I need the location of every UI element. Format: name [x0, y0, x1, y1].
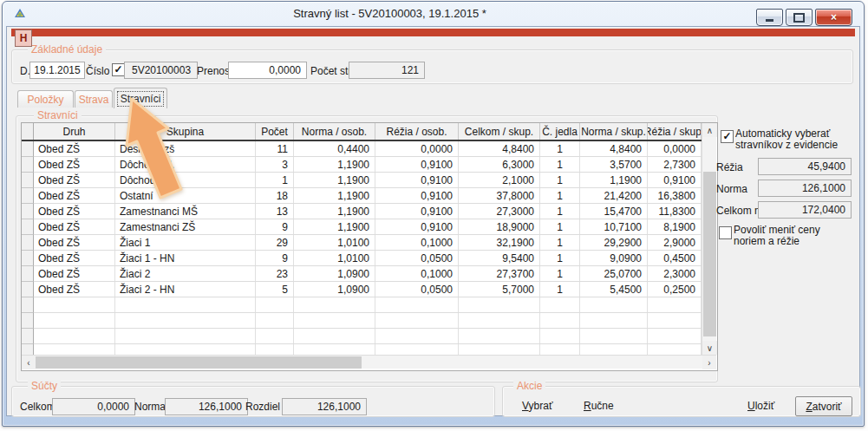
table-cell[interactable]: 0,1000	[375, 266, 459, 281]
table-cell[interactable]	[459, 297, 540, 312]
table-cell[interactable]	[375, 313, 459, 328]
row-selector[interactable]	[22, 204, 34, 219]
table-cell[interactable]: Zamestnanci ZŠ	[115, 219, 256, 234]
table-column-header[interactable]: Réžia / osob.	[375, 123, 459, 140]
table-cell[interactable]: 37,8000	[459, 188, 540, 203]
cislo-checkbox[interactable]: ✓	[112, 63, 125, 76]
table-cell[interactable]: Obed ZŠ	[34, 251, 115, 265]
table-cell[interactable]: 1,1900	[294, 204, 375, 219]
auto-select-checkbox[interactable]: ✓	[721, 130, 734, 143]
table-cell[interactable]	[256, 329, 294, 343]
table-cell[interactable]: 0,0500	[375, 282, 459, 297]
table-cell[interactable]: 4,8400	[580, 141, 648, 156]
table-cell[interactable]: Žiaci 1 - HN	[115, 251, 256, 265]
tab-polozky[interactable]: Položky	[17, 90, 74, 108]
table-cell[interactable]: 15,4700	[580, 204, 648, 219]
row-selector[interactable]	[22, 282, 34, 297]
table-column-header[interactable]: Réžia / skup.	[648, 123, 702, 140]
ulozit-button[interactable]: Uložiť	[747, 400, 774, 412]
table-cell[interactable]: 18,9000	[459, 219, 540, 234]
row-selector[interactable]	[22, 173, 34, 188]
table-cell[interactable]: 0,9100	[375, 188, 459, 203]
table-cell[interactable]: 29	[256, 235, 294, 250]
vertical-scrollbar-thumb[interactable]	[703, 172, 716, 336]
table-cell[interactable]: 1	[256, 173, 294, 187]
table-cell[interactable]: Žiaci 2	[115, 266, 256, 281]
table-cell[interactable]	[256, 344, 294, 355]
table-cell[interactable]: Obed ZŠ	[34, 282, 115, 297]
table-cell[interactable]	[34, 313, 115, 328]
table-cell[interactable]: 0,9100	[648, 173, 702, 187]
table-cell[interactable]: 5,4500	[580, 282, 648, 297]
table-cell[interactable]: 0,9100	[375, 173, 459, 187]
table-cell[interactable]: 1,1900	[580, 173, 648, 187]
table-cell[interactable]: 9	[256, 219, 294, 234]
table-cell[interactable]	[294, 344, 375, 355]
table-cell[interactable]	[375, 329, 459, 343]
vertical-scrollbar[interactable]: ∧ ∨	[702, 123, 716, 355]
table-cell[interactable]: 0,0500	[375, 251, 459, 265]
table-cell[interactable]: 11	[256, 141, 294, 156]
table-cell[interactable]: 5,7000	[459, 282, 540, 297]
table-column-header[interactable]: Celkom / skup.	[459, 123, 540, 140]
table-cell[interactable]: 27,3000	[459, 204, 540, 219]
table-cell[interactable]: 23	[256, 266, 294, 281]
table-cell[interactable]: 16,3800	[648, 188, 702, 203]
row-selector[interactable]	[22, 266, 34, 282]
table-cell[interactable]	[540, 313, 580, 328]
table-cell[interactable]	[580, 344, 648, 355]
table-cell[interactable]	[459, 329, 540, 343]
rucne-button[interactable]: Ručne	[584, 400, 614, 412]
totals-celkom-field[interactable]: 0,0000	[52, 398, 135, 415]
table-cell[interactable]	[34, 297, 115, 312]
table-cell[interactable]: 1	[540, 188, 580, 203]
table-cell[interactable]: 0,2500	[648, 282, 702, 297]
table-cell[interactable]: 10,7100	[580, 219, 648, 234]
table-cell[interactable]: Žiaci 1	[115, 235, 256, 250]
table-cell[interactable]: 1	[540, 141, 580, 156]
table-column-header[interactable]: Č. jedla	[540, 123, 580, 140]
table-cell[interactable]	[540, 344, 580, 355]
table-cell[interactable]: 1,0100	[294, 235, 375, 250]
table-cell[interactable]: 1	[540, 251, 580, 265]
table-cell[interactable]	[34, 329, 115, 343]
celkom-n-field[interactable]: 172,0400	[758, 201, 852, 219]
vybrat-button[interactable]: Vybrať	[522, 400, 552, 412]
row-selector[interactable]	[22, 329, 34, 344]
table-column-header[interactable]: Norma / skup.	[580, 123, 648, 140]
scroll-right-button[interactable]: ›	[702, 356, 716, 369]
table-cell[interactable]: 13	[256, 204, 294, 219]
table-cell[interactable]: 2,9000	[648, 235, 702, 250]
table-cell[interactable]	[580, 297, 648, 312]
table-cell[interactable]	[459, 344, 540, 355]
scroll-left-button[interactable]: ‹	[22, 356, 36, 369]
date-input[interactable]: 19.1.2015	[29, 62, 85, 79]
prenos-input[interactable]: 0,0000	[228, 62, 307, 79]
table-cell[interactable]	[648, 344, 702, 355]
table-cell[interactable]: 0,4400	[294, 141, 375, 156]
table-cell[interactable]: 1	[540, 204, 580, 219]
close-button[interactable]: ×	[815, 9, 852, 26]
zatvorit-button[interactable]: Zatvoriť	[795, 396, 852, 416]
table-cell[interactable]: Obed ZŠ	[34, 266, 115, 281]
table-cell[interactable]: 2,3000	[648, 266, 702, 281]
table-cell[interactable]: 8,1900	[648, 219, 702, 234]
table-cell[interactable]	[540, 329, 580, 343]
table-cell[interactable]: 1,0900	[294, 266, 375, 281]
table-cell[interactable]: 1,1900	[294, 219, 375, 234]
table-cell[interactable]: 2,1000	[459, 173, 540, 187]
row-selector[interactable]	[22, 141, 34, 157]
table-cell[interactable]	[375, 297, 459, 312]
row-selector[interactable]	[22, 313, 34, 329]
table-cell[interactable]	[648, 313, 702, 328]
title-bar[interactable]: Stravný list - 5V20100003, 19.1.2015 * ×	[3, 2, 864, 26]
table-cell[interactable]	[580, 313, 648, 328]
table-cell[interactable]: Obed ZŠ	[34, 235, 115, 250]
table-cell[interactable]	[648, 297, 702, 312]
table-cell[interactable]: 11,8300	[648, 204, 702, 219]
table-cell[interactable]	[115, 313, 256, 328]
table-cell[interactable]	[34, 344, 115, 355]
table-cell[interactable]: 1,1900	[294, 173, 375, 187]
table-cell[interactable]: 32,1900	[459, 235, 540, 250]
table-cell[interactable]: 25,0700	[580, 266, 648, 281]
